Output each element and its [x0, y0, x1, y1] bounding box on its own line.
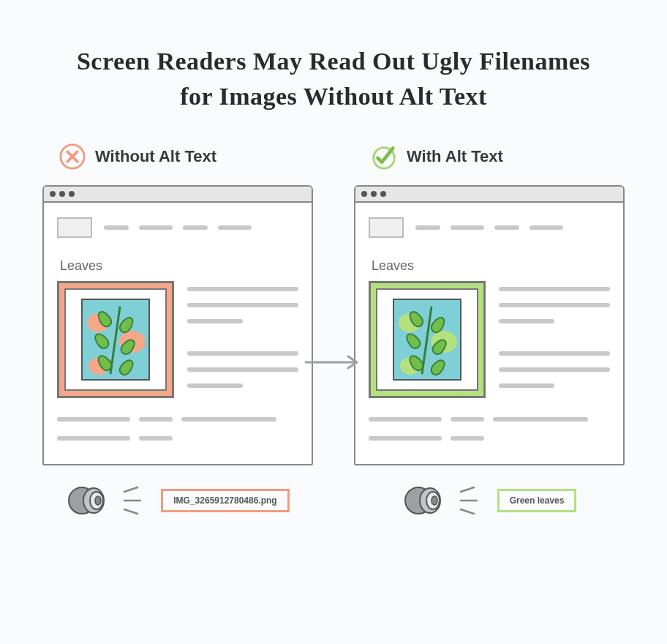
- with-alt-label: With Alt Text: [370, 143, 638, 171]
- window-dot: [69, 191, 75, 197]
- placeholder-line: [451, 436, 484, 441]
- screen-reader-output-left: IMG_3265912780486.png: [161, 489, 289, 512]
- without-alt-column: Without Alt Text Leaves: [29, 143, 326, 520]
- window-titlebar: [44, 187, 312, 203]
- placeholder-line: [187, 287, 298, 291]
- browser-window-right: Leaves: [354, 185, 625, 465]
- placeholder-line: [499, 303, 610, 307]
- screen-reader-output-right: Green leaves: [497, 489, 577, 512]
- comparison-container: Without Alt Text Leaves: [29, 143, 638, 520]
- sound-waves-icon: [458, 486, 487, 515]
- speaker-output-left: IMG_3265912780486.png: [29, 482, 326, 520]
- placeholder-line: [499, 383, 554, 388]
- speaker-output-right: Green leaves: [341, 482, 638, 520]
- speaker-icon: [402, 482, 448, 520]
- placeholder-line: [187, 319, 243, 323]
- leaves-illustration: [81, 299, 150, 381]
- window-dot: [371, 191, 377, 197]
- placeholder-line: [187, 303, 298, 307]
- placeholder-line: [530, 225, 563, 230]
- placeholder-line: [183, 225, 208, 230]
- arrow-icon: [304, 355, 363, 370]
- browser-window-left: Leaves: [42, 185, 313, 465]
- placeholder-line: [187, 351, 298, 356]
- placeholder-line: [451, 417, 484, 422]
- placeholder-line: [57, 417, 130, 422]
- placeholder-line: [415, 225, 440, 230]
- placeholder-line: [218, 225, 252, 230]
- window-dot: [380, 191, 386, 197]
- check-icon: [370, 143, 398, 171]
- placeholder-line: [104, 225, 129, 230]
- placeholder-line: [369, 417, 442, 422]
- placeholder-line: [499, 367, 610, 372]
- placeholder-line: [369, 436, 442, 441]
- placeholder-line: [499, 287, 610, 291]
- with-alt-column: With Alt Text Leaves: [341, 143, 638, 520]
- placeholder-line: [499, 319, 554, 323]
- placeholder-line: [493, 417, 588, 422]
- placeholder-line: [451, 225, 484, 230]
- placeholder-line: [139, 225, 173, 230]
- placeholder-line: [187, 383, 243, 388]
- placeholder-line: [139, 417, 173, 422]
- image-caption-right: Leaves: [372, 258, 610, 274]
- cross-icon: [59, 143, 86, 171]
- placeholder-line: [494, 225, 519, 230]
- svg-point-4: [95, 496, 101, 505]
- window-dot: [361, 191, 367, 197]
- placeholder-line: [181, 417, 276, 422]
- without-alt-label: Without Alt Text: [59, 143, 326, 171]
- image-frame-left: [57, 281, 174, 398]
- placeholder-box: [57, 217, 92, 238]
- image-frame-right: [369, 281, 486, 398]
- svg-point-9: [432, 496, 437, 505]
- image-caption-left: Leaves: [60, 258, 298, 274]
- placeholder-line: [499, 351, 610, 356]
- window-dot: [59, 191, 65, 197]
- main-heading: Screen Readers May Read Out Ugly Filenam…: [73, 44, 594, 113]
- placeholder-line: [139, 436, 173, 441]
- placeholder-box: [369, 217, 404, 238]
- with-alt-label-text: With Alt Text: [407, 147, 503, 166]
- speaker-icon: [66, 482, 111, 520]
- leaves-illustration: [393, 299, 461, 381]
- without-alt-label-text: Without Alt Text: [95, 147, 216, 166]
- window-dot: [50, 191, 56, 197]
- placeholder-line: [57, 436, 130, 441]
- placeholder-line: [187, 367, 298, 372]
- sound-waves-icon: [121, 486, 151, 515]
- window-titlebar: [355, 187, 623, 203]
